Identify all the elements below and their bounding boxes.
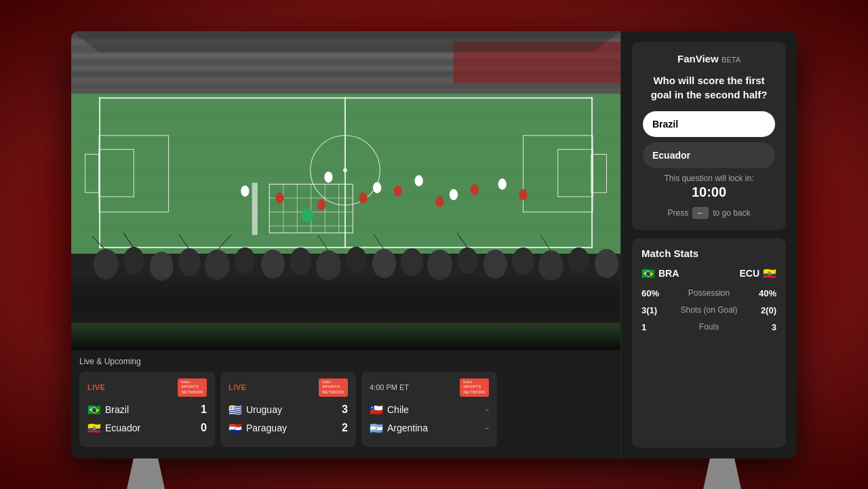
lock-label: This question will lock in: — [643, 174, 775, 183]
lock-info: This question will lock in: 10:00 — [643, 174, 775, 200]
shots-val1: 3(1) — [642, 305, 669, 315]
svg-point-59 — [123, 246, 144, 274]
svg-point-45 — [324, 172, 332, 182]
svg-point-71 — [457, 247, 478, 273]
possession-val1: 60% — [642, 288, 669, 298]
svg-point-48 — [450, 189, 458, 199]
svg-point-26 — [343, 168, 347, 172]
svg-point-68 — [372, 248, 396, 277]
svg-rect-20 — [99, 97, 593, 98]
fubo-logo-1: fubo SPORTS NETWORK — [178, 378, 207, 397]
stats-teams-row: 🇧🇷 BRA ECU 🇪🇨 — [642, 267, 776, 280]
svg-point-54 — [435, 195, 443, 206]
match-card-3[interactable]: 4:00 PM ET fubo SPORTS NETWORK 🇨🇱 Chile — [361, 372, 497, 447]
possession-label: Possession — [669, 288, 749, 298]
shots-label: Shots (on Goal) — [669, 305, 749, 315]
svg-rect-24 — [344, 97, 346, 248]
stats-row-fouls: 1 Fouls 3 — [642, 322, 776, 332]
live-upcoming-label: Live & Upcoming — [79, 357, 612, 366]
team-row-brazil: 🇧🇷 Brazil 1 — [87, 404, 207, 416]
tv-frame: Live & Upcoming LIVE fubo SPORTS NETWORK — [71, 31, 797, 458]
bra-name: BRA — [658, 268, 679, 279]
svg-point-56 — [519, 189, 527, 199]
card-header-3: 4:00 PM ET fubo SPORTS NETWORK — [370, 378, 489, 397]
card-header-1: LIVE fubo SPORTS NETWORK — [87, 378, 207, 397]
go-back-text: to go back — [713, 208, 750, 218]
svg-point-63 — [235, 247, 256, 273]
match-card-2[interactable]: LIVE fubo SPORTS NETWORK 🇺🇾 Uruguay — [220, 372, 356, 447]
team-row-chile: 🇨🇱 Chile - — [370, 404, 489, 416]
stats-row-possession: 60% Possession 40% — [642, 288, 776, 298]
svg-point-51 — [317, 199, 326, 210]
bra-flag: 🇧🇷 — [642, 267, 655, 280]
fouls-val1: 1 — [642, 322, 669, 332]
svg-point-65 — [290, 247, 312, 275]
stats-team-ecu: ECU 🇪🇨 — [739, 267, 776, 280]
possession-val2: 40% — [749, 288, 776, 298]
team-row-argentina: 🇦🇷 Argentina - — [370, 422, 489, 435]
svg-point-53 — [394, 185, 402, 196]
svg-point-43 — [302, 208, 313, 222]
svg-point-61 — [178, 248, 201, 275]
bottom-bar: Live & Upcoming LIVE fubo SPORTS NETWORK — [71, 350, 620, 458]
svg-rect-85 — [71, 274, 620, 323]
fanview-title: FanView — [677, 53, 719, 64]
press-label: Press — [667, 208, 688, 218]
stats-team-bra: 🇧🇷 BRA — [642, 267, 679, 280]
match-card-1[interactable]: LIVE fubo SPORTS NETWORK 🇧🇷 Brazil — [79, 372, 215, 447]
lock-time: 10:00 — [643, 184, 775, 200]
live-badge-2: LIVE — [229, 383, 246, 391]
fanview-beta: BETA — [722, 56, 741, 64]
tv-stand-right — [702, 458, 743, 490]
match-stats-card: Match Stats 🇧🇷 BRA ECU 🇪🇨 60% Possession — [632, 238, 786, 448]
fubo-logo-2: fubo SPORTS NETWORK — [319, 378, 348, 397]
team-row-ecuador: 🇪🇨 Ecuador 0 — [87, 422, 207, 435]
right-panel: FanView BETA Who will score the first go… — [620, 31, 797, 458]
stats-row-shots: 3(1) Shots (on Goal) 2(0) — [642, 305, 776, 315]
fanview-card: FanView BETA Who will score the first go… — [632, 42, 786, 230]
shots-val2: 2(0) — [749, 305, 776, 315]
svg-point-76 — [595, 248, 618, 277]
svg-point-50 — [275, 192, 283, 203]
live-badge-1: LIVE — [87, 383, 105, 391]
go-back-hint: Press ← to go back — [643, 207, 775, 219]
svg-point-73 — [512, 247, 534, 275]
svg-rect-21 — [99, 246, 593, 248]
svg-point-72 — [484, 249, 507, 278]
tv-content: Live & Upcoming LIVE fubo SPORTS NETWORK — [71, 31, 797, 458]
fouls-val2: 3 — [749, 322, 776, 332]
tv-stand-left — [125, 458, 166, 490]
fanview-header: FanView BETA — [643, 53, 775, 65]
answer-ecuador-btn[interactable]: Ecuador — [643, 142, 775, 168]
team-row-paraguay: 🇵🇾 Paraguay 2 — [229, 422, 348, 435]
svg-point-46 — [373, 182, 381, 193]
svg-point-47 — [415, 175, 423, 186]
match-time-label: 4:00 PM ET — [370, 383, 409, 391]
stats-title: Match Stats — [642, 248, 776, 259]
ecu-flag: 🇪🇨 — [763, 267, 776, 280]
answer-brazil-btn[interactable]: Brazil — [643, 111, 775, 137]
svg-rect-42 — [252, 182, 258, 235]
svg-point-44 — [241, 185, 249, 196]
svg-point-49 — [498, 178, 507, 189]
back-icon: ← — [692, 207, 709, 219]
fubo-logo-3: fubo SPORTS NETWORK — [460, 378, 489, 397]
main-area: Live & Upcoming LIVE fubo SPORTS NETWORK — [71, 31, 620, 458]
stadium-svg — [71, 31, 620, 324]
svg-point-69 — [401, 248, 423, 275]
svg-point-75 — [568, 247, 589, 273]
svg-point-52 — [359, 192, 367, 203]
match-cards: LIVE fubo SPORTS NETWORK 🇧🇷 Brazil — [79, 372, 612, 447]
fouls-label: Fouls — [669, 322, 749, 332]
svg-point-55 — [471, 184, 479, 195]
ecu-name: ECU — [739, 268, 760, 279]
card-header-2: LIVE fubo SPORTS NETWORK — [229, 378, 348, 397]
svg-point-64 — [261, 249, 285, 278]
team-row-uruguay: 🇺🇾 Uruguay 3 — [229, 404, 348, 416]
svg-marker-12 — [71, 31, 620, 52]
video-area — [71, 31, 620, 350]
fanview-question: Who will score the first goal in the sec… — [643, 73, 775, 102]
svg-point-67 — [346, 246, 367, 273]
svg-rect-10 — [71, 83, 620, 88]
